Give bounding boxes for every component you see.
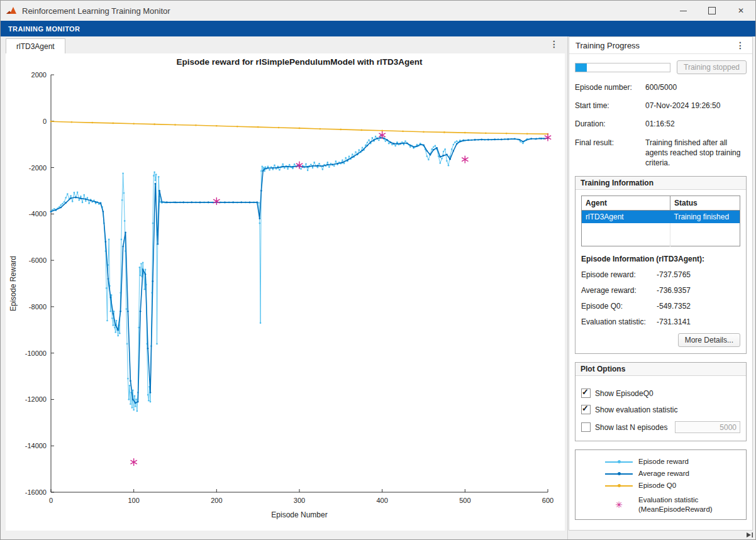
training-progress-panel: Training Progress ⋮ Training stopped Epi… [569,36,753,531]
titlebar: Reinforcement Learning Training Monitor … [1,1,755,21]
minimize-icon[interactable] [669,1,698,21]
show-evaluation-statistic-checkbox[interactable] [581,405,591,414]
checkbox-row-show-last-n-episodes[interactable]: Show last N episodes [581,421,740,433]
average-reward-row: Average reward: -736.9357 [581,286,740,295]
last-n-episodes-input[interactable] [675,421,740,433]
svg-text:-6000: -6000 [29,256,47,264]
panel-menu-icon[interactable]: ⋮ [736,40,745,50]
legend-item-episode-reward: Episode reward [599,456,742,468]
svg-text:Episode reward for rlSimplePen: Episode reward for rlSimplePendulumModel… [177,57,423,67]
svg-text:600: 600 [542,497,553,504]
legend: Episode reward Average reward Episode Q0… [575,449,747,520]
status-cell[interactable]: Training finished [670,211,740,224]
training-information-title: Training Information [575,177,746,190]
final-result-row: Final result: Training finished after al… [575,138,747,168]
plot-options-title: Plot Options [575,363,746,376]
average-reward-label: Average reward: [581,286,657,295]
document-tabstrip: rlTD3Agent ⋮ [1,36,567,53]
episode-q0-swatch-icon [599,485,638,487]
average-reward-value: -736.9357 [657,286,691,295]
episode-q0-row: Episode Q0: -549.7352 [581,302,740,311]
table-empty-area [582,223,740,246]
svg-text:500: 500 [459,497,470,504]
toolstrip: TRAINING MONITOR [1,21,755,36]
start-time-label: Start time: [575,101,645,111]
show-episodeq0-checkbox[interactable] [581,388,591,398]
matlab-icon [6,5,17,16]
show-last-n-episodes-checkbox[interactable] [581,422,591,432]
legend-item-average-reward: Average reward [599,468,742,480]
svg-text:300: 300 [294,497,305,504]
svg-text:Episode Reward: Episode Reward [9,256,18,311]
episode-reward-swatch-icon [599,461,638,463]
episode-number-value: 600/5000 [645,82,747,92]
agent-cell[interactable]: rlTD3Agent [582,211,670,224]
document-area: rlTD3Agent ⋮ 20000-2000-4000-6000-8000-1… [1,36,568,539]
episode-reward-value: -737.5765 [657,270,691,279]
expand-panel-icon[interactable] [745,531,754,539]
reward-plot-panel: 20000-2000-4000-6000-8000-10000-12000-14… [6,53,565,531]
progress-row: Training stopped [575,60,747,74]
episode-reward-label: Episode reward: [581,270,657,279]
evaluation-statistic-row: Evaluation statistic: -731.3141 [581,317,740,326]
panel-title: Training Progress [575,41,640,50]
evaluation-statistic-asterisk-icon: ✳ [599,501,638,509]
duration-label: Duration: [575,119,645,129]
svg-text:-8000: -8000 [29,303,47,311]
svg-text:-10000: -10000 [25,350,47,357]
tab-training-monitor[interactable]: TRAINING MONITOR [1,25,87,33]
app-window: Reinforcement Learning Training Monitor … [0,0,756,540]
svg-text:-14000: -14000 [25,442,47,449]
training-info-rows: Episode number: 600/5000 Start time: 07-… [575,82,747,168]
window-title: Reinforcement Learning Training Monitor [22,6,170,16]
show-episodeq0-label: Show EpisodeQ0 [595,389,653,398]
checkbox-row-show-episodeq0[interactable]: Show EpisodeQ0 [581,388,740,398]
final-result-label: Final result: [575,138,645,168]
panel-header: Training Progress ⋮ [569,37,752,54]
table-row[interactable]: rlTD3Agent Training finished [582,211,740,224]
legend-item-episode-q0: Episode Q0 [599,480,742,492]
svg-text:-2000: -2000 [29,164,47,172]
episode-information-title: Episode Information (rlTD3Agent): [581,255,740,263]
svg-text:2000: 2000 [31,71,47,79]
progress-bar-fill [575,63,587,72]
evaluation-statistic-value: -731.3141 [657,317,691,326]
show-last-n-episodes-label: Show last N episodes [595,423,667,432]
svg-text:200: 200 [211,497,222,504]
svg-text:100: 100 [128,497,139,504]
training-stopped-button[interactable]: Training stopped [677,60,747,74]
column-header-agent[interactable]: Agent [582,196,670,211]
average-reward-swatch-icon [599,473,638,475]
start-time-value: 07-Nov-2024 19:26:50 [645,101,747,111]
start-time-row: Start time: 07-Nov-2024 19:26:50 [575,101,747,111]
episode-q0-value: -549.7352 [657,302,691,311]
svg-text:400: 400 [376,497,387,504]
svg-text:0: 0 [49,497,53,504]
episode-q0-label: Episode Q0: [581,302,657,311]
tab-overflow-icon[interactable]: ⋮ [550,39,559,49]
svg-text:-12000: -12000 [25,395,47,403]
agent-status-table: Agent Status rlTD3Agent Training finishe… [581,196,740,246]
duration-row: Duration: 01:16:52 [575,119,747,129]
plot-options-group: Plot Options Show EpisodeQ0 Show evaluat… [575,362,747,441]
checkbox-row-show-evaluation-statistic[interactable]: Show evaluation statistic [581,405,740,414]
training-information-group: Training Information Agent Status rlTD3A… [575,176,747,354]
duration-value: 01:16:52 [645,119,747,129]
more-details-button[interactable]: More Details... [678,333,740,347]
episode-reward-chart: 20000-2000-4000-6000-8000-10000-12000-14… [6,53,562,524]
svg-text:-4000: -4000 [29,210,47,218]
training-progress-bar [575,63,670,72]
episode-number-row: Episode number: 600/5000 [575,82,747,92]
close-icon[interactable]: ✕ [726,1,755,21]
tab-rltd3agent[interactable]: rlTD3Agent [6,38,65,54]
evaluation-statistic-label: Evaluation statistic: [581,317,657,326]
svg-text:0: 0 [43,118,47,125]
column-header-status[interactable]: Status [670,196,740,211]
maximize-icon[interactable] [698,1,726,21]
show-evaluation-statistic-label: Show evaluation statistic [595,405,677,414]
svg-text:-16000: -16000 [25,488,47,496]
svg-text:Episode Number: Episode Number [271,510,327,519]
legend-item-evaluation-statistic: ✳ Evaluation statistic (MeanEpisodeRewar… [599,495,742,514]
episode-reward-row: Episode reward: -737.5765 [581,270,740,279]
episode-number-label: Episode number: [575,82,645,92]
